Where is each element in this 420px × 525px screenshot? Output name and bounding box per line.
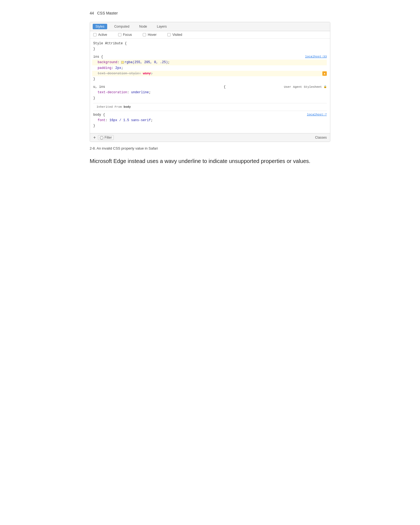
font-prop-name: font (98, 118, 106, 122)
filter-button[interactable]: ◯ Filter (98, 135, 114, 140)
focus-label: Focus (123, 33, 132, 37)
visited-checkbox[interactable] (167, 33, 171, 36)
text-decoration-prop-line: text-decoration: underline; (93, 90, 327, 95)
pseudo-hover[interactable]: Hover (143, 33, 156, 37)
body-selector: body (93, 113, 101, 117)
color-swatch (121, 61, 124, 64)
inherited-from-label: Inherited From body (93, 103, 327, 111)
padding-prop-name: padding (98, 66, 111, 70)
filter-label: Filter (104, 136, 112, 139)
devtools-tabs: Styles Computed Node Layers (90, 22, 330, 31)
tab-node[interactable]: Node (136, 24, 150, 29)
hover-label: Hover (148, 33, 156, 37)
pseudo-filter-row: Active Focus Hover Visited (90, 31, 330, 39)
pseudo-visited[interactable]: Visited (167, 33, 182, 37)
text-decoration-prop-name: text-decoration (98, 91, 127, 94)
tab-layers[interactable]: Layers (154, 24, 170, 29)
background-prop-name: background (98, 60, 117, 64)
style-attribute-selector: Style Attribute (93, 42, 123, 45)
active-checkbox[interactable] (93, 33, 97, 36)
font-prop-value: 16px / 1.5 sans-serif (109, 118, 151, 122)
tab-styles[interactable]: Styles (93, 24, 107, 29)
warning-icon: ▲ (322, 71, 327, 76)
text-decoration-style-prop-line: text-decoration-style: wavy; ▲ (92, 71, 327, 76)
page-title: CSS Master (97, 11, 118, 15)
inherited-from-element: body (124, 105, 131, 109)
pseudo-focus[interactable]: Focus (118, 33, 132, 37)
filter-circle-icon: ◯ (100, 136, 103, 139)
text-decoration-style-prop-name: text-decoration-style (98, 72, 139, 75)
page-number: 44 CSS Master (90, 11, 330, 15)
footer-left: + ◯ Filter (93, 135, 114, 140)
figure-caption: 2-8. An invalid CSS property value in Sa… (90, 146, 330, 150)
style-attribute-rule: Style Attribute { } (93, 41, 327, 52)
body-rule-source[interactable]: localhost:7 (307, 112, 327, 117)
text-decoration-style-prop-value: wavy (143, 72, 151, 75)
padding-prop-line: padding: 2px; (93, 65, 327, 71)
lock-icon: 🔒 (323, 84, 327, 89)
u-ins-selector: u, ins (93, 84, 105, 90)
background-prop-line: background: rgba(255, 205, 0, .25); (92, 60, 327, 65)
font-prop-line: font: 16px / 1.5 sans-serif; (93, 118, 327, 123)
page-container: 44 CSS Master Styles Computed Node Layer… (79, 0, 341, 176)
user-agent-source: User Agent Stylesheet 🔒 (284, 84, 327, 90)
background-prop-value: rgba(255, 205, 0, .25) (124, 60, 168, 64)
classes-button[interactable]: Classes (315, 136, 327, 139)
active-label: Active (98, 33, 107, 37)
pseudo-active[interactable]: Active (93, 33, 107, 37)
user-agent-label: User Agent Stylesheet (284, 84, 322, 90)
styles-content: Style Attribute { } localhost:33 ins { b… (90, 39, 330, 133)
add-rule-button[interactable]: + (93, 135, 96, 140)
devtools-panel: Styles Computed Node Layers Active Focus… (90, 22, 330, 142)
body-text: Microsoft Edge instead uses a wavy under… (90, 157, 330, 165)
ins-selector: ins (93, 55, 99, 59)
hover-checkbox[interactable] (143, 33, 146, 36)
visited-label: Visited (172, 33, 182, 37)
text-decoration-prop-value: underline (131, 91, 149, 94)
tab-computed[interactable]: Computed (112, 24, 132, 29)
ins-rule-source[interactable]: localhost:33 (305, 54, 327, 59)
ins-rule: localhost:33 ins { background: rgba(255,… (93, 54, 327, 82)
padding-prop-value: 2px (115, 66, 121, 70)
u-ins-rule: u, ins { User Agent Stylesheet 🔒 text-de… (93, 84, 327, 101)
body-rule: localhost:7 body { font: 16px / 1.5 sans… (93, 111, 327, 129)
page-num-text: 44 (90, 11, 94, 15)
focus-checkbox[interactable] (118, 33, 121, 36)
devtools-footer: + ◯ Filter Classes (90, 133, 330, 142)
